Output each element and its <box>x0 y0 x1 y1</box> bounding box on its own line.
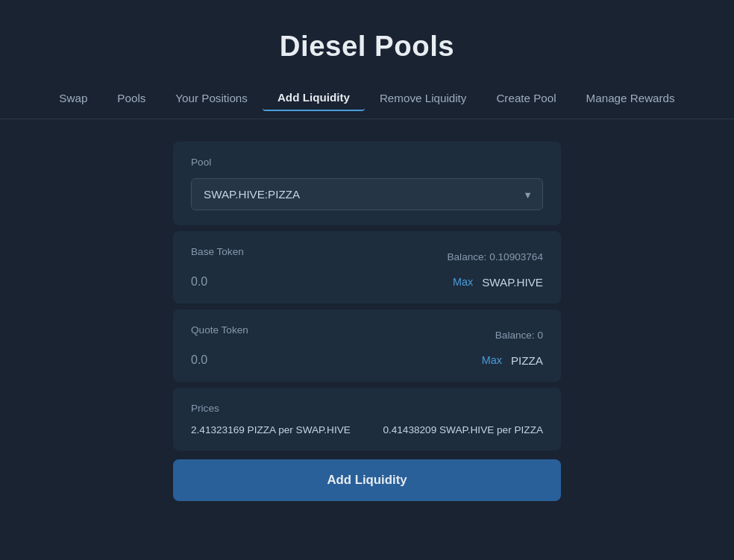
quote-token-name: PIZZA <box>511 354 543 367</box>
pool-select[interactable]: SWAP.HIVE:PIZZA <box>191 178 543 210</box>
pool-select-wrapper: SWAP.HIVE:PIZZA ▼ <box>191 178 543 210</box>
quote-token-controls: Max PIZZA <box>482 354 543 367</box>
pool-card: Pool SWAP.HIVE:PIZZA ▼ <box>173 142 561 225</box>
base-token-max-button[interactable]: Max <box>453 276 473 288</box>
main-content: Pool SWAP.HIVE:PIZZA ▼ Base Token Balanc… <box>158 142 576 501</box>
nav-item-add-liquidity[interactable]: Add Liquidity <box>263 85 365 111</box>
base-token-input-row: Max SWAP.HIVE <box>191 275 543 289</box>
base-token-label: Base Token <box>191 246 244 257</box>
nav-item-swap[interactable]: Swap <box>44 86 102 110</box>
nav-item-your-positions[interactable]: Your Positions <box>160 86 263 110</box>
base-token-input[interactable] <box>191 275 402 289</box>
nav-item-pools[interactable]: Pools <box>102 86 160 110</box>
base-token-card: Base Token Balance: 0.10903764 Max SWAP.… <box>173 231 561 303</box>
add-liquidity-button[interactable]: Add Liquidity <box>173 459 561 501</box>
quote-token-max-button[interactable]: Max <box>482 354 502 366</box>
page-title: Diesel Pools <box>0 0 734 78</box>
pool-label: Pool <box>191 157 543 168</box>
price-item-1: 2.41323169 PIZZA per SWAP.HIVE <box>191 424 351 435</box>
prices-card: Prices 2.41323169 PIZZA per SWAP.HIVE 0.… <box>173 388 561 450</box>
prices-label: Prices <box>191 403 543 414</box>
base-token-balance: Balance: 0.10903764 <box>447 251 543 262</box>
quote-token-label: Quote Token <box>191 324 248 336</box>
prices-row: 2.41323169 PIZZA per SWAP.HIVE 0.4143820… <box>191 424 543 435</box>
nav-item-create-pool[interactable]: Create Pool <box>481 86 571 110</box>
price-item-2: 0.41438209 SWAP.HIVE per PIZZA <box>383 424 543 435</box>
quote-token-balance: Balance: 0 <box>495 330 543 341</box>
quote-token-header: Quote Token Balance: 0 <box>191 324 543 346</box>
nav-item-manage-rewards[interactable]: Manage Rewards <box>571 86 690 110</box>
base-token-header: Base Token Balance: 0.10903764 <box>191 246 543 268</box>
quote-token-input[interactable] <box>191 353 402 367</box>
navigation: Swap Pools Your Positions Add Liquidity … <box>0 78 734 119</box>
quote-token-input-row: Max PIZZA <box>191 353 543 367</box>
base-token-controls: Max SWAP.HIVE <box>453 276 543 289</box>
nav-item-remove-liquidity[interactable]: Remove Liquidity <box>365 86 482 110</box>
base-token-name: SWAP.HIVE <box>482 276 543 289</box>
quote-token-card: Quote Token Balance: 0 Max PIZZA <box>173 309 561 382</box>
